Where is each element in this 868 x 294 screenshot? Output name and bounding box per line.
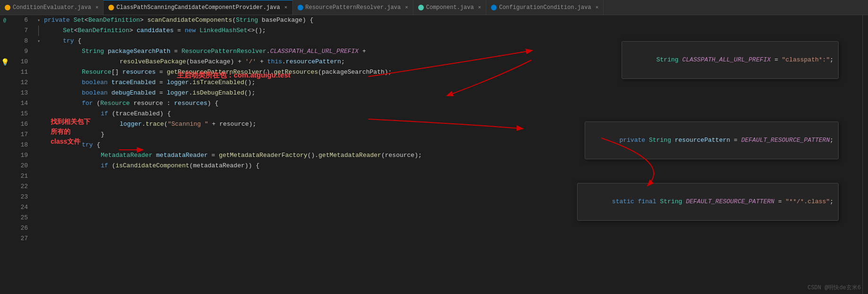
code-content: private Set<BeanDefinition> scanCandidat… [42,15,862,294]
ann-24 [0,202,9,213]
line-numbers: 6 7 8 9 10 11 12 13 14 15 16 17 18 19 20… [9,15,35,294]
line-6: 6 [9,15,32,26]
code-line-20: if (isCandidateComponent(metadataReader)… [42,161,862,171]
ann-20 [0,161,9,171]
tab-component[interactable]: Component.java × [413,0,486,15]
fold-13 [35,88,42,98]
tab-icon-4 [418,5,424,10]
line-20: 20 [9,161,32,171]
tab-label-5: ConfigurationCondition.java [499,4,591,11]
fold-22 [35,182,42,192]
ann-15 [0,109,9,119]
line-27: 27 [9,233,32,244]
line-15: 15 [9,109,32,119]
tab-close-5[interactable]: × [596,5,599,10]
tab-close-4[interactable]: × [478,5,482,10]
tab-label-1: ConditionEvaluator.java [13,4,91,11]
ann-27 [0,233,9,244]
fold-7 [38,26,42,36]
code-line-15: if (traceEnabled) { [42,109,862,119]
popup-default-resource-pattern: static final String DEFAULT_RESOURCE_PAT… [577,183,839,221]
fold-24 [35,202,42,213]
code-line-21 [42,171,862,182]
tab-configurationcondition[interactable]: ConfigurationCondition.java × [486,0,604,15]
ann-17 [0,130,9,140]
fold-11 [35,67,42,78]
line-11: 11 [9,67,32,78]
tab-close-1[interactable]: × [96,5,99,10]
tab-bar: ConditionEvaluator.java × ClassPathScann… [0,0,868,15]
code-line-12: boolean traceEnabled = logger.isTraceEna… [42,78,862,88]
fold-23 [35,192,42,202]
ann-9 [0,46,9,57]
line-24: 24 [9,202,32,213]
tab-icon-1 [5,5,10,10]
line-16: 16 [9,119,32,130]
tab-classpathscanning[interactable]: ClassPathScanningCandidateComponentProvi… [104,0,292,15]
fold-12 [35,78,42,88]
label-find-class: 找到相关包下所有的class文件 [51,117,90,147]
fold-10 [35,57,42,67]
fold-21 [35,171,42,182]
ann-11 [0,67,9,78]
ann-8 [0,36,9,46]
popup-classpath-prefix: String CLASSPATH_ALL_URL_PREFIX = "class… [622,41,839,79]
app-container: ConditionEvaluator.java × ClassPathScann… [0,0,868,294]
kw-try-8: try [63,36,74,46]
fold-6[interactable]: ▾ [35,15,42,26]
ann-16 [0,119,9,130]
line-7: 7 [9,26,32,36]
line-13: 13 [9,88,32,98]
code-line-13: boolean debugEnabled = logger.isDebugEna… [42,88,862,98]
ann-14 [0,98,9,109]
ann-13 [0,88,9,98]
ann-21 [0,171,9,182]
ann-19 [0,150,9,161]
fold-column: ▾ ▾ [35,15,42,294]
fold-8[interactable]: ▾ [35,36,42,46]
line-10: 10 [9,57,32,67]
annotation-column: @ 💡 [0,15,9,294]
ann-26 [0,223,9,233]
tab-close-2[interactable]: × [284,5,288,10]
code-line-6: private Set<BeanDefinition> scanCandidat… [42,15,862,26]
line-22: 22 [9,182,32,192]
tab-resourcepatternresolver[interactable]: ResourcePatternResolver.java × [293,0,413,15]
code-line-14: for (Resource resource : resources) { [42,98,862,109]
line-17: 17 [9,130,32,140]
fold-26 [35,223,42,233]
fold-19 [35,150,42,161]
line-12: 12 [9,78,32,88]
kw-private-6: private [44,15,70,26]
method-scan-6: scanCandidateComponents [147,15,232,26]
ann-7 [0,26,9,36]
popup-resource-pattern: private String resourcePattern = DEFAULT… [585,121,839,159]
tab-close-3[interactable]: × [405,5,408,10]
tab-icon-2 [108,5,114,10]
ann-25 [0,213,9,223]
fold-16 [35,119,42,130]
line-26: 26 [9,223,32,233]
label-main-class: 主启动类所在包：com.atguigu.test [177,71,290,80]
editor-area: @ 💡 6 7 8 9 [0,15,868,294]
tab-icon-5 [491,5,497,10]
code-line-7: Set<BeanDefinition> candidates = new Lin… [42,26,862,36]
fold-17 [35,130,42,140]
tab-label-3: ResourcePatternResolver.java [306,4,401,11]
ann-bulb-10: 💡 [0,57,9,67]
type-set-6: Set [73,15,84,26]
ann-22 [0,182,9,192]
ann-23 [0,192,9,202]
ann-12 [0,78,9,88]
line-21: 21 [9,171,32,182]
watermark: CSDN @明快de玄米6 [807,284,861,292]
ann-18 [0,140,9,150]
fold-20 [35,161,42,171]
tab-condition-evaluator[interactable]: ConditionEvaluator.java × [0,0,104,15]
tab-label-4: Component.java [426,4,474,11]
line-14: 14 [9,98,32,109]
fold-14 [35,98,42,109]
scrollbar[interactable] [862,15,868,294]
fold-9 [35,46,42,57]
fold-15 [35,109,42,119]
